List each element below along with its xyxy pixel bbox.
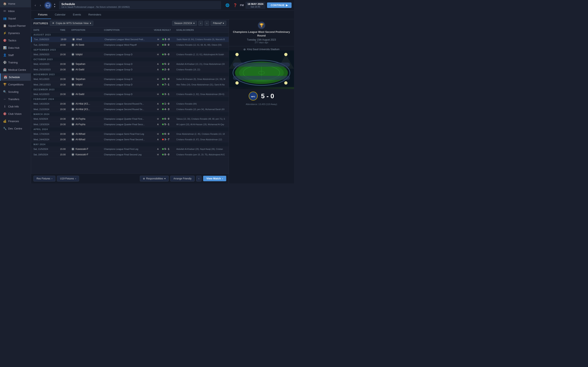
rp-match-date: Tuesday 15th August 2023 (231, 38, 292, 41)
competitions-icon: 🏆 (3, 83, 7, 86)
forward-button[interactable]: › (39, 3, 42, 8)
fixture-time: 19:30 (60, 133, 71, 135)
sidebar-label-inbox: Inbox (8, 9, 15, 13)
season-selector[interactable]: Season 2023/24 ▾ (172, 21, 197, 26)
view-match-button[interactable]: View Match › (203, 176, 226, 181)
team-icon: ⚽ (71, 108, 75, 111)
table-row[interactable]: Sat, 18/5/2024 15:00 ⚽ Kawasaki-F Champi… (31, 152, 229, 157)
table-row[interactable]: Wed, 4/10/2023 19:30 ⚽ Sepahan Champions… (31, 61, 229, 67)
sidebar-item-transfers[interactable]: ↔ Transfers (0, 95, 31, 103)
team-icon: ⚽ (71, 62, 75, 66)
result-indicator (162, 103, 164, 105)
topbar-right: 🌐 ❓ FM 18 MAY 2024 Sat 16:45 CONTINUE ▶ (224, 2, 292, 9)
sidebar-item-training[interactable]: ⚽ Training (0, 59, 31, 66)
fixture-result: 5 - 1 (162, 123, 176, 126)
table-row[interactable]: Wed, 14/2/2024 19:30 ⚽ Al-Hilal (KS... C… (31, 101, 229, 107)
club-nav-arrows[interactable]: ▲▼ (54, 3, 56, 8)
sidebar-item-scouting[interactable]: 🔍 Scouting (0, 88, 31, 95)
u19-fixtures-button[interactable]: U19 Fixtures › (57, 176, 79, 182)
fixture-competition: Champions League Semi Final First Leg (104, 133, 154, 135)
fixture-table: AUGUST 2023 Tue, 15/8/2023 19:00 ⚽ Ahed … (31, 33, 229, 173)
fixture-scorers: Alex Telles (14), Omar Abdulrahman (31),… (176, 83, 226, 86)
transfers-icon: ↔ (3, 97, 7, 101)
date-display: 18 MAY 2024 (247, 2, 263, 6)
fixture-competition: Champions League Quarter Final First... (104, 118, 154, 120)
responsibilities-button[interactable]: ⊕ Responsibilities ▾ (140, 176, 169, 182)
tab-events[interactable]: Events (69, 11, 85, 19)
sidebar-item-finances[interactable]: 💰 Finances (0, 117, 31, 125)
sidebar-item-club-info[interactable]: ℹ Club Info (0, 103, 31, 110)
svg-rect-15 (233, 63, 290, 67)
table-row[interactable]: Wed, 6/12/2023 19:30 ⚽ Al-Sadd Champions… (31, 92, 229, 97)
club-crest-svg: NFC (46, 3, 50, 7)
next-season-button[interactable]: › (205, 21, 209, 26)
result-score: 8 - 0 (164, 153, 169, 156)
sidebar-item-competitions[interactable]: 🏆 Competitions (0, 81, 31, 88)
sidebar-item-staff[interactable]: 👤 Staff (0, 51, 31, 59)
tab-reminders[interactable]: Reminders (85, 11, 105, 19)
sidebar-item-dev-centre[interactable]: 🔧 Dev. Centre (0, 125, 31, 132)
view-selector[interactable]: 👁 Copia de WTS Schedule View ▾ (50, 21, 93, 26)
result-indicator (162, 84, 164, 85)
table-row[interactable]: Wed, 21/2/2024 19:30 ⚽ Al-Hilal (KS... C… (31, 107, 229, 112)
sidebar-item-schedule[interactable]: 📅 Schedule (0, 73, 31, 81)
fixture-result: 5 - 1 (162, 148, 176, 150)
sidebar-item-squad[interactable]: 👥 Squad (0, 15, 31, 22)
svg-text:NFC: NFC (46, 5, 50, 7)
table-row[interactable]: Sat, 11/5/2024 15:00 ⚽ Kawasaki-F Champi… (31, 146, 229, 152)
table-row[interactable]: Wed, 29/11/2023 19:30 ⚽ Istiqlol Champio… (31, 82, 229, 87)
fixture-venue: A (154, 68, 162, 71)
sidebar-label-schedule: Schedule (9, 76, 20, 79)
sidebar-item-medical[interactable]: 🏥 Medical Centre (0, 66, 31, 73)
table-row[interactable]: Wed, 20/9/2023 19:30 ⚽ Istiqlol Champion… (31, 52, 229, 57)
sidebar-item-squad-planner[interactable]: 📋 Squad Planner (0, 22, 31, 29)
fixture-time: 15:00 (60, 153, 71, 156)
continue-button[interactable]: CONTINUE ▶ (267, 2, 292, 8)
responsibilities-chevron-icon: ▾ (164, 177, 165, 180)
fixture-scorers: Abdullah Al-Khaibari (13, 21), Omar Abdu… (176, 63, 226, 65)
table-row[interactable]: Tue, 22/8/2023 19:00 ⚽ Al-Seeb Champions… (31, 42, 229, 48)
fixture-date: Tue, 15/8/2023 (34, 38, 61, 41)
help-icon[interactable]: ❓ (232, 2, 238, 8)
team-name: Al-Hilal (KS... (76, 102, 90, 105)
sidebar-item-dynamics[interactable]: ⚡ Dynamics (0, 29, 31, 37)
sidebar-item-data-hub[interactable]: 📊 Data Hub (0, 44, 31, 51)
sidebar-item-home[interactable]: 🏠 Home (0, 0, 31, 7)
table-row[interactable]: Tue, 15/8/2023 19:00 ⚽ Ahed Champions Le… (31, 37, 229, 42)
filter-button[interactable]: Filtered* ▾ (211, 21, 226, 26)
fixture-scorers: Omar Abdulrahman (2, 45), Cristiano Rona… (176, 133, 226, 135)
sidebar-item-inbox[interactable]: ✉ Inbox (0, 7, 31, 15)
table-row[interactable]: Wed, 17/4/2024 19:30 ⚽ Al-Ittihad Champi… (31, 131, 229, 137)
table-row[interactable]: Wed, 8/11/2023 19:30 ⚽ Sepahan Champions… (31, 76, 229, 82)
globe-icon[interactable]: 🌐 (224, 2, 231, 8)
tab-calendar[interactable]: Calendar (51, 11, 69, 19)
view-match-prev-button[interactable]: ‹ (196, 176, 201, 182)
fixture-scorers: Cristiano Ronaldo (84) (176, 103, 226, 105)
team-name: Istiqlol (76, 83, 82, 86)
back-button[interactable]: ‹ (34, 3, 37, 8)
table-row[interactable]: Wed, 13/3/2024 19:30 ⚽ Al-Fayha Champion… (31, 122, 229, 127)
fixture-opposition: ⚽ Kawasaki-F (71, 153, 104, 156)
result-score: 5 - 1 (164, 123, 169, 126)
table-row[interactable]: Wed, 6/3/2024 19:30 ⚽ Al-Fayha Champions… (31, 116, 229, 122)
table-row[interactable]: Wed, 25/10/2023 19:30 ⚽ Al-Sadd Champion… (31, 67, 229, 72)
squad-planner-icon: 📋 (3, 24, 7, 27)
result-indicator (162, 148, 164, 150)
result-indicator (162, 108, 164, 110)
sidebar-item-tactics[interactable]: 🎯 Tactics (0, 37, 31, 44)
fixture-scorers: Talisca (13, 30), Cristiano Ronaldo (48,… (176, 118, 226, 120)
res-fixtures-button[interactable]: Res Fixtures › (34, 176, 55, 182)
arrange-friendly-button[interactable]: Arrange Friendly (170, 176, 195, 182)
continue-label: CONTINUE (271, 4, 285, 7)
result-score: 9 - 0 (164, 53, 169, 56)
team-name: Al-Sadd (76, 68, 84, 71)
data-hub-icon: 📊 (3, 46, 7, 50)
fixture-result: 4 - 3 (162, 108, 176, 111)
fixture-date: Wed, 6/12/2023 (34, 93, 60, 95)
table-row[interactable]: Wed, 24/4/2024 19:30 ⚽ Al-Ittihad Champi… (31, 137, 229, 142)
result-indicator (162, 54, 164, 55)
tab-fixtures[interactable]: Fixtures (34, 11, 51, 19)
prev-season-button[interactable]: ‹ (199, 21, 203, 26)
sidebar-item-club-vision[interactable]: 🎯 Club Vision (0, 110, 31, 117)
fixture-competition: Champions League West Playoff (104, 44, 154, 46)
